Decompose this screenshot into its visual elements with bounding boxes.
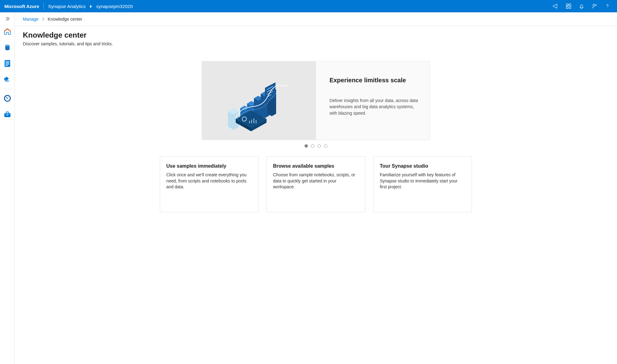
sidebar-item-develop[interactable] [0,55,15,72]
sidebar-item-monitor[interactable] [0,90,15,106]
svg-point-5 [607,7,607,8]
svg-point-4 [593,4,595,6]
svg-point-7 [5,45,10,47]
main-content: Manage Knowledge center Knowledge center… [15,12,617,364]
monitor-icon [3,94,11,102]
feedback-icon[interactable] [588,0,601,12]
top-header: Microsoft Azure Synapse Analytics synaps… [0,0,617,12]
brand: Microsoft Azure [4,3,44,10]
card-title: Use samples immediately [166,163,252,169]
product-breadcrumb: Synapse Analytics synapsepm32020 [44,4,133,9]
megaphone-icon[interactable] [549,0,562,12]
card-title: Tour Synapse studio [380,163,466,169]
help-icon[interactable] [601,0,614,12]
hero-card: Experience limitless scale Deliver insig… [202,61,430,140]
page-title: Knowledge center [23,31,609,39]
svg-point-15 [7,98,8,99]
breadcrumb-parent[interactable]: Manage [23,17,39,22]
sidebar-item-data[interactable] [0,39,15,55]
nav-divider [3,89,12,89]
notifications-icon[interactable] [575,0,588,12]
svg-rect-17 [4,113,10,115]
svg-rect-8 [5,60,10,67]
page-header: Knowledge center Discover samples, tutor… [15,26,617,49]
svg-rect-10 [6,63,9,63]
card-title: Browse available samples [273,163,359,169]
left-nav-rail [0,12,15,364]
workspace-name[interactable]: synapsepm32020 [96,4,133,9]
svg-rect-2 [566,7,568,9]
card-body: Choose from sample notebooks, scripts, o… [273,172,359,190]
sidebar-item-home[interactable] [0,23,15,39]
sidebar-item-integrate[interactable] [0,72,15,88]
expand-nav-button[interactable] [0,14,15,23]
svg-rect-18 [6,115,8,115]
card-body: Familiarize yourself with key features o… [380,172,466,190]
hero-pager [304,144,327,148]
breadcrumb-current: Knowledge center [48,17,82,22]
svg-rect-1 [569,4,571,6]
chevron-right-icon [42,17,45,22]
svg-rect-11 [6,64,9,64]
hero-body: Deliver insights from all your data, acr… [329,97,419,116]
card-use-samples[interactable]: Use samples immediately Click once and w… [160,156,259,212]
pager-dot-1[interactable] [304,144,308,148]
card-body: Click once and we'll create everything y… [166,172,252,190]
svg-rect-12 [6,65,8,66]
card-tour-studio[interactable]: Tour Synapse studio Familiarize yourself… [373,156,472,212]
svg-rect-9 [6,61,9,62]
toolbox-icon [3,110,11,118]
product-name[interactable]: Synapse Analytics [48,4,86,9]
pager-dot-4[interactable] [324,144,327,148]
document-icon [3,59,11,67]
card-browse-samples[interactable]: Browse available samples Choose from sam… [267,156,365,212]
caret-right-icon [90,5,92,8]
hero-text: Experience limitless scale Deliver insig… [316,61,430,140]
page-subtitle: Discover samples, tutorials, and tips an… [23,41,609,46]
database-icon [3,43,11,51]
sidebar-item-manage[interactable] [0,106,15,122]
directory-switch-icon[interactable] [562,0,575,12]
home-icon [3,27,11,35]
pipeline-icon [3,76,11,84]
hero-title: Experience limitless scale [329,77,419,84]
hero-illustration [202,61,316,140]
pager-dot-2[interactable] [311,144,314,148]
svg-rect-3 [569,7,571,9]
cards-row: Use samples immediately Click once and w… [160,156,472,212]
svg-rect-0 [566,4,568,6]
breadcrumb: Manage Knowledge center [15,12,617,26]
pager-dot-3[interactable] [317,144,321,148]
